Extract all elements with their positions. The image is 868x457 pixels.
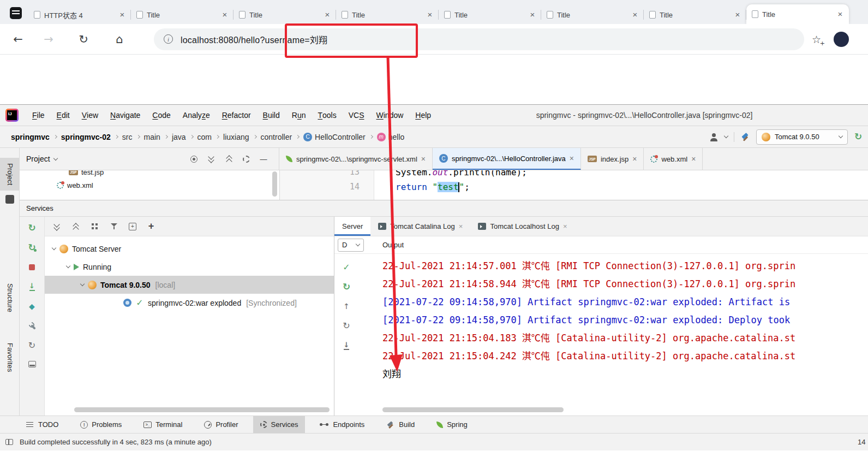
menu-item[interactable]: VCS bbox=[343, 105, 370, 126]
menu-item[interactable]: Refactor bbox=[216, 105, 257, 126]
expander-icon[interactable] bbox=[80, 282, 85, 286]
menu-item[interactable]: Help bbox=[409, 105, 437, 126]
browser-tab[interactable]: Title bbox=[644, 5, 746, 24]
editor-tab[interactable]: index.jsp bbox=[581, 148, 644, 170]
up-arrow-icon[interactable] bbox=[342, 302, 351, 311]
console-scrollbar[interactable] bbox=[382, 407, 564, 412]
browser-tab[interactable]: Title bbox=[439, 5, 541, 24]
import-icon[interactable] bbox=[342, 341, 351, 350]
project-panel-title[interactable]: Project bbox=[26, 155, 50, 163]
close-icon[interactable] bbox=[421, 155, 426, 163]
menu-item[interactable]: File bbox=[26, 105, 51, 126]
tool-window-switcher-icon[interactable] bbox=[5, 439, 13, 445]
home-icon[interactable] bbox=[110, 30, 129, 49]
close-icon[interactable] bbox=[570, 155, 574, 162]
expander-icon[interactable] bbox=[52, 246, 56, 250]
close-icon[interactable] bbox=[459, 222, 463, 230]
server-tab[interactable]: Tomcat Localhost Log bbox=[470, 217, 574, 236]
close-tab-icon[interactable] bbox=[118, 10, 127, 19]
run-configuration-select[interactable]: Tomcat 9.0.50 bbox=[756, 129, 848, 145]
breadcrumb-item[interactable]: java bbox=[160, 133, 186, 141]
close-tab-icon[interactable] bbox=[323, 10, 332, 19]
build-project-icon[interactable] bbox=[740, 132, 750, 142]
refresh-icon[interactable] bbox=[28, 341, 37, 350]
add-frame-icon[interactable] bbox=[129, 223, 136, 230]
site-info-icon[interactable] bbox=[164, 34, 173, 44]
rerun-icon[interactable] bbox=[854, 133, 863, 141]
redeploy-icon[interactable] bbox=[28, 282, 37, 291]
breadcrumb-item[interactable]: hello bbox=[366, 133, 405, 141]
menu-item[interactable]: Build bbox=[257, 105, 286, 126]
server-tab[interactable]: Server bbox=[334, 217, 370, 236]
editor-tab[interactable]: web.xml bbox=[644, 148, 703, 170]
tool-window-tab[interactable]: Spring bbox=[429, 416, 475, 433]
stop-icon[interactable] bbox=[28, 263, 37, 271]
forward-icon[interactable] bbox=[39, 30, 58, 49]
expand-all-icon[interactable] bbox=[52, 222, 61, 231]
back-icon[interactable] bbox=[9, 30, 27, 49]
project-tree-row[interactable]: test.jsp bbox=[20, 170, 279, 179]
group-by-icon[interactable] bbox=[91, 222, 99, 231]
breadcrumb-item[interactable]: controller bbox=[249, 133, 292, 141]
filter-icon[interactable] bbox=[110, 222, 118, 231]
menu-item[interactable]: Code bbox=[146, 105, 176, 126]
menu-item[interactable]: Tools bbox=[312, 105, 342, 126]
breadcrumb-item[interactable]: HelloController bbox=[292, 133, 366, 141]
project-tree-row[interactable]: web.xml bbox=[20, 179, 279, 192]
deploy-gem-icon[interactable] bbox=[28, 302, 37, 311]
project-tree-scrollbar[interactable] bbox=[272, 171, 277, 197]
log-selector-dropdown[interactable]: D bbox=[338, 239, 364, 252]
tab-actions-icon[interactable] bbox=[10, 7, 22, 19]
services-tree-row[interactable]: springmvc-02:war exploded [Synchronized] bbox=[45, 294, 334, 312]
close-tab-icon[interactable] bbox=[631, 10, 639, 19]
layout-icon[interactable] bbox=[28, 361, 36, 367]
add-favorite-icon[interactable] bbox=[812, 33, 825, 45]
close-tab-icon[interactable] bbox=[528, 10, 537, 19]
profile-avatar[interactable] bbox=[834, 32, 849, 47]
refresh-icon[interactable] bbox=[342, 322, 351, 330]
menu-item[interactable]: Navigate bbox=[104, 105, 146, 126]
close-icon[interactable] bbox=[691, 155, 696, 163]
console-output[interactable]: 22-Jul-2021 21:14:57.001 淇℃伅 [RMI TCP Co… bbox=[358, 254, 868, 416]
tool-window-button[interactable]: Favorites bbox=[0, 337, 20, 377]
url-text[interactable]: localhost:8080/hello?username=刘翔 bbox=[181, 33, 327, 46]
collapse-all-icon[interactable] bbox=[71, 222, 80, 231]
breadcrumb-item[interactable]: src bbox=[111, 133, 133, 141]
editor-tab[interactable]: springmvc-02\...\HelloController.java bbox=[433, 148, 581, 170]
breadcrumb-item[interactable]: com bbox=[186, 133, 212, 141]
services-tree-row[interactable]: Tomcat 9.0.50 [local] bbox=[45, 276, 334, 294]
chevron-down-icon[interactable] bbox=[53, 156, 57, 160]
browser-tab[interactable]: Title bbox=[131, 5, 234, 24]
services-tree-scrollbar[interactable] bbox=[74, 407, 330, 412]
close-tab-icon[interactable] bbox=[733, 10, 742, 19]
check-icon[interactable] bbox=[342, 263, 351, 271]
browser-tab[interactable]: Title bbox=[336, 5, 439, 24]
rerun-debug-icon[interactable] bbox=[28, 243, 37, 252]
bookmark-tool-icon[interactable] bbox=[5, 195, 14, 204]
tool-window-tab[interactable]: TODO bbox=[19, 416, 65, 433]
address-bar[interactable]: localhost:8080/hello?username=刘翔 bbox=[154, 28, 804, 50]
expander-icon[interactable] bbox=[66, 264, 70, 268]
plus-icon[interactable] bbox=[147, 222, 155, 231]
collapse-all-icon[interactable] bbox=[225, 155, 234, 163]
breadcrumb-item[interactable]: liuxiang bbox=[212, 133, 249, 141]
menu-item[interactable]: Edit bbox=[51, 105, 76, 126]
browser-tab[interactable]: Title bbox=[541, 5, 644, 24]
rerun-icon[interactable] bbox=[28, 223, 37, 232]
close-icon[interactable] bbox=[563, 222, 567, 230]
close-icon[interactable] bbox=[632, 155, 637, 163]
tool-window-tab[interactable]: Build bbox=[379, 416, 422, 433]
tool-window-button[interactable]: Project bbox=[0, 158, 20, 191]
tool-window-button[interactable]: Structure bbox=[0, 278, 20, 318]
gear-icon[interactable] bbox=[243, 156, 250, 163]
browser-tab[interactable]: HTTP状态 4 bbox=[28, 5, 131, 24]
expand-all-icon[interactable] bbox=[207, 155, 215, 163]
server-tab[interactable]: Tomcat Catalina Log bbox=[370, 217, 470, 236]
close-tab-icon[interactable] bbox=[220, 10, 229, 19]
close-tab-icon[interactable] bbox=[836, 10, 845, 19]
services-tree-row[interactable]: Running bbox=[45, 258, 334, 276]
code-editor[interactable]: 13 System.out.println(name); 14 return "… bbox=[279, 170, 868, 200]
breadcrumb-item[interactable]: main bbox=[133, 133, 160, 141]
tool-window-tab[interactable]: Endpoints bbox=[313, 416, 372, 433]
menu-item[interactable]: Run bbox=[286, 105, 312, 126]
